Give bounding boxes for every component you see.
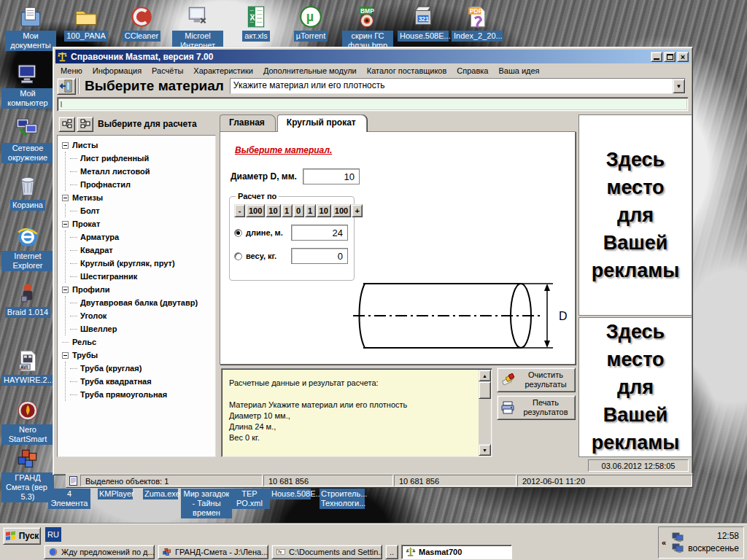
desktop-icon-recycle-bin[interactable]: Корзина	[1, 174, 54, 211]
tree-collapse-icon[interactable]	[62, 352, 69, 359]
desktop-icon-akt-xls[interactable]: Xакт.xls	[230, 4, 282, 42]
menu-item-7[interactable]: Справка	[452, 66, 493, 76]
stepper-button-8[interactable]: 100	[332, 204, 351, 217]
tree-leaf[interactable]: Лист рифленный	[70, 152, 215, 165]
scroll-up-button[interactable]: ▲	[479, 370, 491, 381]
tab-main[interactable]: Главная	[220, 114, 276, 131]
desktop-icon-label[interactable]: Zuma.exe	[143, 489, 178, 499]
tree-collapse-icon[interactable]	[62, 287, 69, 293]
tree-leaf[interactable]: Швеллер	[70, 322, 215, 335]
scroll-thumb[interactable]	[479, 381, 491, 399]
title-bar[interactable]: Справочник Masmat, версия 7.00 ×	[55, 50, 690, 63]
stepper-button-6[interactable]: 1	[305, 204, 316, 217]
tree-leaf[interactable]: Металл листовой	[70, 165, 215, 178]
task-button-5[interactable]: Masmat700	[401, 545, 512, 559]
menu-item-5[interactable]: Дополнительные модули	[258, 66, 362, 76]
desktop-icon-my-computer[interactable]: Мой компьютер	[1, 62, 54, 109]
desktop-icon-microel-internet[interactable]: Microel Интернет	[171, 4, 224, 51]
close-button[interactable]: ×	[677, 52, 689, 62]
task-button-1[interactable]: Жду предложений по д...	[44, 545, 155, 559]
results-scrollbar[interactable]: ▲ ▼	[479, 370, 491, 456]
menu-item-8[interactable]: Ваша идея	[493, 66, 544, 76]
select-material-link[interactable]: Выберите материал.	[235, 145, 332, 155]
desktop-icon-internet-explorer[interactable]: Internet Explorer	[1, 225, 54, 271]
desktop-icon-label[interactable]: House.508E...	[270, 489, 311, 499]
menu-item-6[interactable]: Каталог поставщиков	[362, 66, 452, 76]
task-button-label: ..	[390, 548, 394, 556]
clear-results-button[interactable]: Очистить результаты	[497, 368, 576, 392]
tree-leaf[interactable]: Круглый (кругляк, прут)	[70, 257, 215, 270]
desktop-icon-label[interactable]: 4 Элемента	[48, 489, 90, 509]
stepper-button-7[interactable]: 10	[317, 204, 331, 217]
tree-node[interactable]: Рельс	[62, 335, 215, 349]
tree-leaf[interactable]: Труба квадратная	[70, 375, 215, 388]
desktop-icon-label[interactable]: KMPlayer	[98, 489, 133, 499]
task-button-3[interactable]: 7zC:\Documents and Settin...	[271, 545, 382, 559]
tree-node[interactable]: Метизы	[62, 191, 215, 204]
tree-stub	[70, 237, 77, 238]
exit-button[interactable]	[57, 78, 76, 95]
weight-input[interactable]: 0	[291, 248, 348, 264]
combo-dropdown-button[interactable]: ▼	[673, 79, 685, 93]
tray-clock: 12:58 воскресенье	[686, 530, 743, 555]
tree-leaf[interactable]: Профнастил	[70, 178, 215, 191]
radio-by-length[interactable]	[234, 229, 242, 237]
maximize-button[interactable]	[664, 52, 676, 62]
collapse-tree-button[interactable]	[58, 117, 75, 132]
desktop-icon-label[interactable]: Строитель... Технологи...	[320, 489, 365, 509]
material-combo-value[interactable]: Укажите материал или его плотность	[231, 79, 673, 93]
tree-leaf[interactable]: Уголок	[70, 309, 215, 322]
menu-item-3[interactable]: Расчёты	[147, 66, 188, 76]
stepper-button-9[interactable]: +	[352, 204, 363, 217]
tree-collapse-icon[interactable]	[62, 142, 69, 149]
minimize-button[interactable]	[651, 52, 662, 62]
tree-node[interactable]: Прокат	[62, 217, 215, 230]
desktop-icon-nero-startsmart[interactable]: Nero StartSmart	[1, 398, 54, 445]
stepper-button-2[interactable]: 100	[246, 204, 265, 217]
radio-label: длине, м.	[246, 228, 291, 237]
desktop-icon-braid[interactable]: Braid 1.014	[1, 281, 54, 318]
tree-leaf[interactable]: Квадрат	[70, 244, 215, 257]
menu-item-2[interactable]: Информация	[88, 66, 147, 76]
radio-by-weight[interactable]	[234, 252, 242, 260]
menu-item-4[interactable]: Характеристики	[188, 66, 258, 76]
tree-leaf[interactable]: Шестигранник	[70, 270, 215, 283]
desktop-icon-ccleaner[interactable]: CCleaner	[115, 4, 168, 42]
expand-tree-button[interactable]	[77, 117, 93, 132]
desktop-icon-utorrent[interactable]: µµTorrent	[285, 4, 337, 42]
stepper-button-5[interactable]: 0	[293, 204, 304, 217]
tree-leaf[interactable]: Труба (круглая)	[70, 362, 215, 375]
print-results-button[interactable]: Печать результатов	[497, 395, 576, 420]
tree-leaf[interactable]: Труба прямоугольная	[70, 388, 215, 401]
desktop-icon-network-places[interactable]: Сетевое окружение	[1, 117, 54, 163]
desktop-icon-label[interactable]: ТЕР РО.xml	[229, 489, 270, 509]
tree-leaf[interactable]: Двутавровая балка (двутавр)	[70, 296, 215, 309]
language-indicator[interactable]: RU	[45, 527, 61, 542]
menu-item-1[interactable]: Меню	[55, 66, 88, 76]
start-button[interactable]: Пуск	[3, 527, 41, 545]
length-input[interactable]: 24	[291, 225, 348, 241]
desktop-icon-label[interactable]: Мир загадок - Тайны времен	[181, 489, 232, 518]
stepper-button-1[interactable]: -	[234, 204, 245, 217]
desktop-icon-index-2-20-pdf[interactable]: PDFIndex_2_20...	[451, 4, 503, 42]
tree-collapse-icon[interactable]	[62, 195, 69, 201]
diameter-input[interactable]: 10	[303, 168, 360, 184]
desktop-icon-folder-100-pana[interactable]: 100_PANA	[60, 4, 112, 42]
stepper-button-4[interactable]: 1	[282, 204, 293, 217]
desktop-icon-house-508e-mkv[interactable]: 321House.508E...	[397, 4, 449, 42]
tree-node[interactable]: Листы	[62, 139, 215, 152]
task-button-4[interactable]: ..	[385, 545, 398, 559]
material-combobox[interactable]: Укажите материал или его плотность ▼	[230, 78, 686, 94]
scroll-down-button[interactable]: ▼	[479, 444, 491, 456]
tree-node[interactable]: Трубы	[62, 349, 215, 362]
tree-leaf[interactable]: Болт	[70, 204, 215, 217]
stepper-button-3[interactable]: 10	[266, 204, 280, 217]
tree-collapse-icon[interactable]	[62, 221, 69, 228]
tab-round-rolled[interactable]: Круглый прокат	[277, 114, 367, 132]
desktop-icon-skrin-gs-flash-bmp[interactable]: BMPскрин ГС флэш.bmp	[341, 4, 394, 51]
tree-node[interactable]: Профили	[62, 283, 215, 296]
task-button-2[interactable]: ГРАНД-Смета - J:\Лена...	[158, 545, 268, 559]
tree-leaf[interactable]: Арматура	[70, 230, 215, 244]
desktop-icon-haywire-avi[interactable]: AVIHAYWIRE.2...	[1, 349, 54, 386]
tray-collapse-button[interactable]: «	[659, 538, 669, 547]
